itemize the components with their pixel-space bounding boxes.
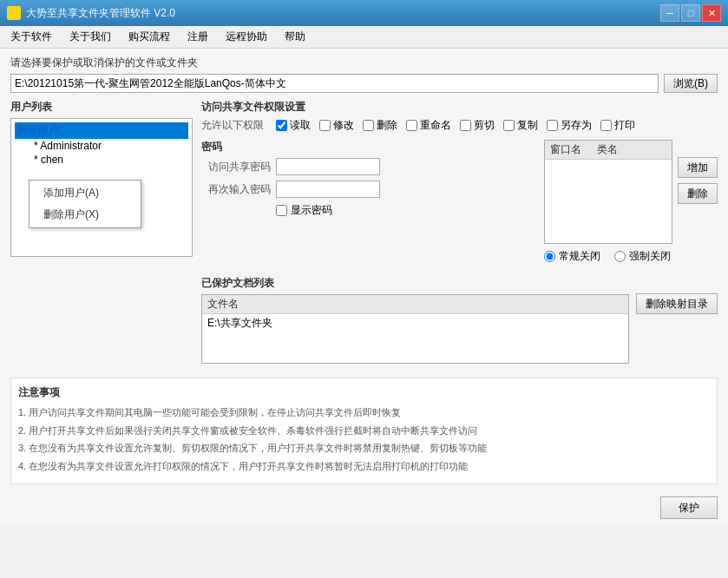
window-list-header: 窗口名 类名 — [545, 141, 672, 160]
pw-row-2: 再次输入密码 — [201, 181, 535, 198]
notes-title: 注意事项 — [18, 385, 710, 400]
delete-window-button[interactable]: 删除 — [678, 183, 718, 204]
protected-docs-section: 已保护文档列表 文件名 E:\共享文件夹 删除映射目录 — [201, 276, 718, 364]
maximize-button[interactable]: □ — [681, 4, 700, 22]
perm-modify[interactable]: 修改 — [319, 118, 354, 133]
docs-title: 已保护文档列表 — [201, 276, 629, 291]
pw-label-2: 再次输入密码 — [201, 182, 271, 197]
window-col-type: 类名 — [597, 142, 666, 157]
app-icon — [7, 6, 21, 20]
perm-delete[interactable]: 删除 — [363, 118, 397, 133]
pw-input-2[interactable] — [276, 181, 380, 198]
notes-section: 注意事项 1. 用户访问共享文件期间其电脑一些功能可能会受到限制，在停止访问共享… — [10, 378, 718, 484]
perm-saveas-check[interactable] — [547, 120, 558, 131]
perm-rename-check[interactable] — [406, 120, 417, 131]
perm-rename[interactable]: 重命名 — [406, 118, 451, 133]
menu-help[interactable]: 帮助 — [278, 28, 312, 46]
docs-header: 文件名 — [202, 295, 628, 314]
menu-register[interactable]: 注册 — [180, 28, 215, 46]
user-list-title: 用户列表 — [10, 100, 193, 115]
window-section-main: 窗口名 类名 常规关闭 — [544, 140, 672, 269]
show-password-check[interactable] — [276, 205, 287, 216]
left-panel: 用户列表 所有用户 * Administrator * chen 添加用户(A)… — [10, 100, 193, 371]
perm-read[interactable]: 读取 — [276, 118, 311, 133]
window-col-name: 窗口名 — [550, 142, 597, 157]
two-panel: 用户列表 所有用户 * Administrator * chen 添加用户(A)… — [10, 100, 718, 371]
permissions-section: 访问共享文件权限设置 允许以下权限 读取 修改 删除 — [201, 100, 718, 133]
radio-normal-check[interactable] — [544, 251, 555, 262]
docs-table: 文件名 E:\共享文件夹 — [201, 294, 629, 364]
main-content: 请选择要保护或取消保护的文件或文件夹 浏览(B) 用户列表 所有用户 * Adm… — [0, 49, 728, 491]
add-window-button[interactable]: 增加 — [678, 157, 718, 178]
right-panel: 访问共享文件权限设置 允许以下权限 读取 修改 删除 — [201, 100, 718, 371]
close-button[interactable]: ✕ — [702, 4, 721, 22]
menu-about-us[interactable]: 关于我们 — [62, 28, 118, 46]
perm-cut-check[interactable] — [460, 120, 471, 131]
path-row: 浏览(B) — [10, 74, 718, 93]
allow-label: 允许以下权限 — [201, 118, 264, 133]
note-item-1: 1. 用户访问共享文件期间其电脑一些功能可能会受到限制，在停止访问共享文件后即时… — [18, 405, 710, 420]
note-item-4: 4. 在您没有为共享文件设置允许打印权限的情况下，用户打开共享文件时将暂时无法启… — [18, 459, 710, 474]
perm-cut[interactable]: 剪切 — [460, 118, 495, 133]
window-list-section: 窗口名 类名 常规关闭 — [544, 140, 718, 269]
window-title: 大势至共享文件夹管理软件 V2.0 — [26, 6, 660, 21]
docs-side-buttons: 删除映射目录 — [636, 276, 718, 364]
perm-copy-check[interactable] — [503, 120, 515, 131]
path-input[interactable] — [10, 74, 659, 93]
note-item-2: 2. 用户打开共享文件后如果强行关闭共享文件窗或被安全软件、杀毒软件强行拦截时将… — [18, 424, 710, 438]
menu-about-software[interactable]: 关于软件 — [3, 28, 59, 46]
radio-force-check[interactable] — [614, 251, 626, 262]
tree-item-administrator[interactable]: * Administrator — [32, 139, 188, 153]
perm-delete-check[interactable] — [363, 120, 374, 131]
show-password-label: 显示密码 — [291, 203, 332, 218]
password-section: 密码 访问共享密码 再次输入密码 显示密码 — [201, 140, 718, 269]
title-bar: 大势至共享文件夹管理软件 V2.0 ─ □ ✕ — [0, 0, 728, 26]
note-item-3: 3. 在您没有为共享文件设置允许复制、剪切权限的情况下，用户打开共享文件时将禁用… — [18, 441, 710, 456]
radio-force-close[interactable]: 强制关闭 — [614, 249, 671, 264]
perm-print[interactable]: 打印 — [600, 118, 635, 133]
instruction-text: 请选择要保护或取消保护的文件或文件夹 — [10, 56, 718, 70]
bottom-bar: 保护 — [0, 491, 728, 524]
docs-table-wrap: 已保护文档列表 文件名 E:\共享文件夹 — [201, 276, 629, 364]
context-delete-user[interactable]: 删除用户(X) — [30, 204, 141, 226]
show-password-row: 显示密码 — [276, 203, 535, 218]
docs-content-row: 已保护文档列表 文件名 E:\共享文件夹 删除映射目录 — [201, 276, 718, 364]
perm-saveas[interactable]: 另存为 — [547, 118, 592, 133]
tree-children: * Administrator * chen — [32, 139, 188, 167]
pw-row-1: 访问共享密码 — [201, 158, 535, 175]
pw-input-1[interactable] — [276, 158, 380, 175]
docs-row-0: E:\共享文件夹 — [202, 314, 628, 332]
tree-item-chen[interactable]: * chen — [32, 153, 188, 167]
password-title: 密码 — [201, 140, 535, 154]
window-controls: ─ □ ✕ — [660, 4, 721, 22]
menu-purchase[interactable]: 购买流程 — [121, 28, 177, 46]
context-menu: 添加用户(A) 删除用户(X) — [29, 180, 141, 228]
window-list: 窗口名 类名 — [544, 140, 672, 244]
context-add-user[interactable]: 添加用户(A) — [30, 182, 141, 204]
radio-row: 常规关闭 强制关闭 — [544, 249, 672, 264]
radio-normal-close[interactable]: 常规关闭 — [544, 249, 600, 264]
minimize-button[interactable]: ─ — [660, 4, 679, 22]
permissions-row: 允许以下权限 读取 修改 删除 重命名 — [201, 118, 718, 133]
browse-button[interactable]: 浏览(B) — [664, 74, 718, 93]
window-section-row: 窗口名 类名 常规关闭 — [544, 140, 718, 269]
path-section: 请选择要保护或取消保护的文件或文件夹 浏览(B) — [10, 56, 718, 93]
menu-bar: 关于软件 关于我们 购买流程 注册 远程协助 帮助 — [0, 26, 728, 49]
perm-read-check[interactable] — [276, 120, 287, 131]
perm-print-check[interactable] — [600, 120, 612, 131]
menu-remote[interactable]: 远程协助 — [219, 28, 274, 46]
perm-copy[interactable]: 复制 — [503, 118, 538, 133]
permissions-title: 访问共享文件权限设置 — [201, 100, 718, 115]
pw-label-1: 访问共享密码 — [201, 160, 271, 174]
protect-button[interactable]: 保护 — [660, 496, 718, 519]
perm-modify-check[interactable] — [319, 120, 331, 131]
window-buttons: 增加 删除 — [678, 140, 718, 204]
user-list-box[interactable]: 所有用户 * Administrator * chen 添加用户(A) 删除用户… — [10, 118, 193, 257]
tree-root[interactable]: 所有用户 — [15, 122, 188, 139]
password-left: 密码 访问共享密码 再次输入密码 显示密码 — [201, 140, 535, 269]
delete-map-button[interactable]: 删除映射目录 — [636, 293, 718, 314]
